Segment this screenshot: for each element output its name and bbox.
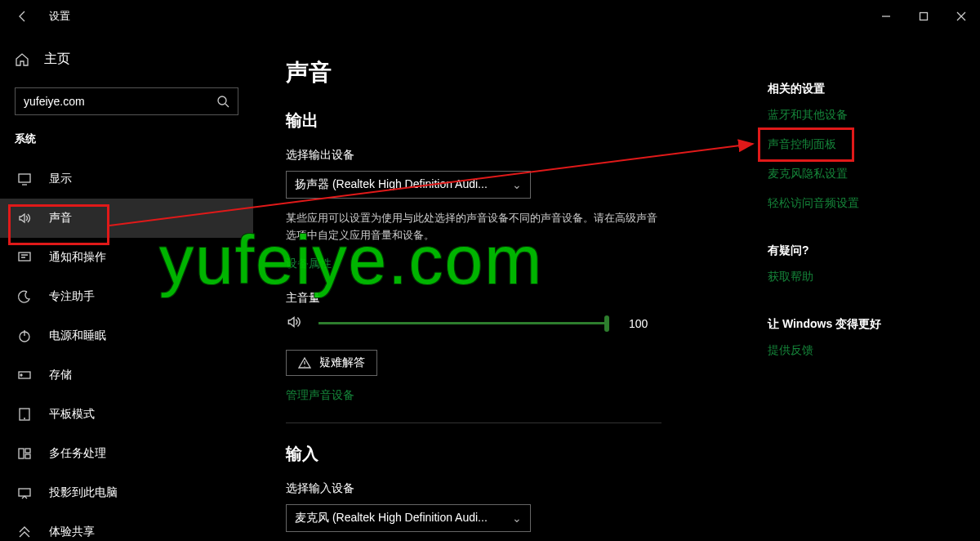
warning-icon	[298, 356, 311, 369]
search-input[interactable]	[24, 95, 216, 108]
bluetooth-link[interactable]: 蓝牙和其他设备	[768, 108, 947, 123]
question-heading: 有疑问?	[768, 244, 947, 258]
home-button[interactable]: 主页	[0, 42, 253, 76]
sidebar-item-multitask[interactable]: 多任务处理	[0, 434, 253, 473]
sound-icon	[16, 211, 33, 226]
section-label: 系统	[0, 132, 253, 159]
sidebar-item-sound[interactable]: 声音	[0, 199, 253, 238]
close-icon	[956, 11, 966, 21]
svg-rect-11	[19, 489, 30, 496]
app-title: 设置	[49, 9, 70, 24]
svg-rect-0	[920, 13, 928, 20]
divider	[286, 423, 662, 423]
sidebar-item-label: 通知和操作	[49, 250, 106, 265]
get-help-link[interactable]: 获取帮助	[768, 270, 947, 284]
sidebar-item-label: 投影到此电脑	[49, 485, 118, 500]
project-icon	[16, 485, 33, 500]
sidebar-item-display[interactable]: 显示	[0, 159, 253, 199]
sidebar-item-label: 电源和睡眠	[49, 329, 106, 343]
sidebar-item-notifications[interactable]: 通知和操作	[0, 238, 253, 277]
sidebar-item-shared[interactable]: 体验共享	[0, 512, 253, 541]
maximize-icon	[919, 11, 929, 21]
svg-rect-10	[25, 454, 30, 458]
moon-icon	[16, 289, 33, 304]
sidebar-item-tablet[interactable]: 平板模式	[0, 395, 253, 434]
sidebar-item-label: 多任务处理	[49, 446, 106, 461]
sidebar-item-label: 显示	[49, 172, 72, 186]
sidebar-item-storage[interactable]: 存储	[0, 355, 253, 395]
sound-control-panel-link[interactable]: 声音控制面板	[768, 137, 947, 152]
output-description: 某些应用可以设置为使用与此处选择的声音设备不同的声音设备。请在高级声音选项中自定…	[286, 210, 662, 244]
share-icon	[16, 525, 33, 539]
chevron-down-icon: ⌄	[512, 178, 522, 191]
storage-icon	[16, 368, 33, 382]
close-button[interactable]	[942, 3, 980, 29]
svg-rect-2	[19, 174, 30, 182]
home-label: 主页	[44, 51, 70, 68]
svg-point-1	[218, 96, 226, 105]
titlebar: 设置	[0, 0, 980, 33]
output-device-value: 扬声器 (Realtek High Definition Audi...	[295, 177, 488, 192]
output-device-dropdown[interactable]: 扬声器 (Realtek High Definition Audi... ⌄	[286, 171, 531, 199]
search-icon	[216, 95, 229, 108]
home-icon	[15, 52, 29, 67]
troubleshoot-label: 疑难解答	[319, 355, 365, 370]
multitask-icon	[16, 446, 33, 461]
related-heading: 相关的设置	[768, 82, 947, 96]
sidebar-item-label: 专注助手	[49, 289, 95, 304]
right-panel: 相关的设置 蓝牙和其他设备 声音控制面板 麦克风隐私设置 轻松访问音频设置 有疑…	[768, 82, 947, 373]
improve-heading: 让 Windows 变得更好	[768, 317, 947, 332]
input-heading: 输入	[286, 443, 947, 465]
troubleshoot-button[interactable]: 疑难解答	[286, 350, 377, 376]
sidebar-item-power[interactable]: 电源和睡眠	[0, 316, 253, 355]
sidebar-item-label: 声音	[49, 211, 72, 226]
sidebar-item-label: 平板模式	[49, 407, 95, 422]
feedback-link[interactable]: 提供反馈	[768, 343, 947, 358]
device-properties-link[interactable]: 设备属性	[286, 257, 332, 271]
minimize-button[interactable]	[867, 3, 905, 29]
input-device-label: 选择输入设备	[286, 481, 947, 496]
svg-point-6	[20, 374, 22, 376]
volume-value: 100	[629, 317, 648, 330]
sidebar-item-label: 体验共享	[49, 525, 95, 539]
sidebar-item-focus-assist[interactable]: 专注助手	[0, 277, 253, 316]
speaker-icon	[286, 314, 302, 333]
back-button[interactable]	[7, 0, 39, 33]
input-device-value: 麦克风 (Realtek High Definition Audi...	[295, 511, 488, 525]
volume-slider[interactable]	[318, 322, 604, 324]
minimize-icon	[881, 11, 891, 21]
arrow-left-icon	[16, 10, 29, 23]
maximize-button[interactable]	[905, 3, 942, 29]
svg-rect-3	[19, 253, 30, 261]
display-icon	[16, 172, 33, 186]
sidebar-item-project[interactable]: 投影到此电脑	[0, 473, 253, 512]
manage-devices-link[interactable]: 管理声音设备	[286, 388, 354, 403]
sidebar-item-label: 存储	[49, 368, 72, 382]
ease-sound-link[interactable]: 轻松访问音频设置	[768, 196, 947, 211]
input-device-dropdown[interactable]: 麦克风 (Realtek High Definition Audi... ⌄	[286, 504, 531, 532]
svg-rect-9	[25, 449, 30, 453]
svg-rect-8	[19, 449, 24, 458]
mic-privacy-link[interactable]: 麦克风隐私设置	[768, 167, 947, 181]
notifications-icon	[16, 250, 33, 265]
power-icon	[16, 329, 33, 343]
chevron-down-icon: ⌄	[512, 512, 522, 525]
sidebar: 主页 系统 显示 声音 通知和操作 专注助手 电源和睡眠 存储	[0, 33, 253, 541]
search-box[interactable]	[15, 87, 238, 115]
tablet-icon	[16, 407, 33, 422]
